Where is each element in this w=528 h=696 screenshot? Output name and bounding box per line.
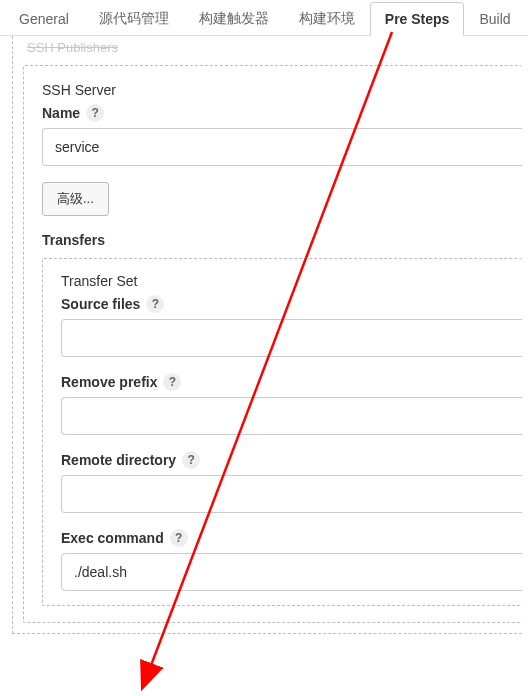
exec-cmd-group: Exec command ? bbox=[61, 529, 522, 591]
exec-cmd-label: Exec command bbox=[61, 530, 164, 546]
transfer-set-label: Transfer Set bbox=[61, 273, 138, 289]
tab-pre-steps[interactable]: Pre Steps bbox=[370, 2, 465, 36]
tabs-bar: General 源代码管理 构建触发器 构建环境 Pre Steps Build… bbox=[0, 0, 528, 36]
ssh-server-group: SSH Server Name ? bbox=[42, 82, 522, 166]
remove-prefix-input[interactable] bbox=[61, 397, 522, 435]
help-icon[interactable]: ? bbox=[182, 451, 200, 469]
exec-cmd-input[interactable] bbox=[61, 553, 522, 591]
tab-scm[interactable]: 源代码管理 bbox=[84, 1, 184, 36]
name-input[interactable] bbox=[42, 128, 522, 166]
name-label: Name bbox=[42, 105, 80, 121]
tab-general[interactable]: General bbox=[4, 2, 84, 35]
publishers-section: SSH Publishers SSH Server Name ? 高级... T… bbox=[12, 36, 522, 634]
source-files-label: Source files bbox=[61, 296, 140, 312]
transfers-heading: Transfers bbox=[42, 232, 522, 248]
advanced-group: 高级... bbox=[42, 182, 522, 216]
tab-triggers[interactable]: 构建触发器 bbox=[184, 1, 284, 36]
remote-dir-group: Remote directory ? bbox=[61, 451, 522, 513]
remove-prefix-label: Remove prefix bbox=[61, 374, 157, 390]
ssh-server-box: SSH Server Name ? 高级... Transfers Transf… bbox=[23, 65, 522, 623]
advanced-button[interactable]: 高级... bbox=[42, 182, 109, 216]
remote-dir-label: Remote directory bbox=[61, 452, 176, 468]
transfer-set-box: Transfer Set Source files ? Remove prefi… bbox=[42, 258, 522, 606]
help-icon[interactable]: ? bbox=[163, 373, 181, 391]
help-icon[interactable]: ? bbox=[86, 104, 104, 122]
tab-env[interactable]: 构建环境 bbox=[284, 1, 370, 36]
tab-build[interactable]: Build bbox=[464, 2, 525, 35]
source-files-input[interactable] bbox=[61, 319, 522, 357]
source-files-group: Transfer Set Source files ? bbox=[61, 273, 522, 357]
remove-prefix-group: Remove prefix ? bbox=[61, 373, 522, 435]
content-area: SSH Publishers SSH Server Name ? 高级... T… bbox=[0, 36, 528, 634]
section-truncated-title: SSH Publishers bbox=[23, 38, 522, 61]
ssh-server-label: SSH Server bbox=[42, 82, 116, 98]
remote-dir-input[interactable] bbox=[61, 475, 522, 513]
help-icon[interactable]: ? bbox=[170, 529, 188, 547]
help-icon[interactable]: ? bbox=[146, 295, 164, 313]
